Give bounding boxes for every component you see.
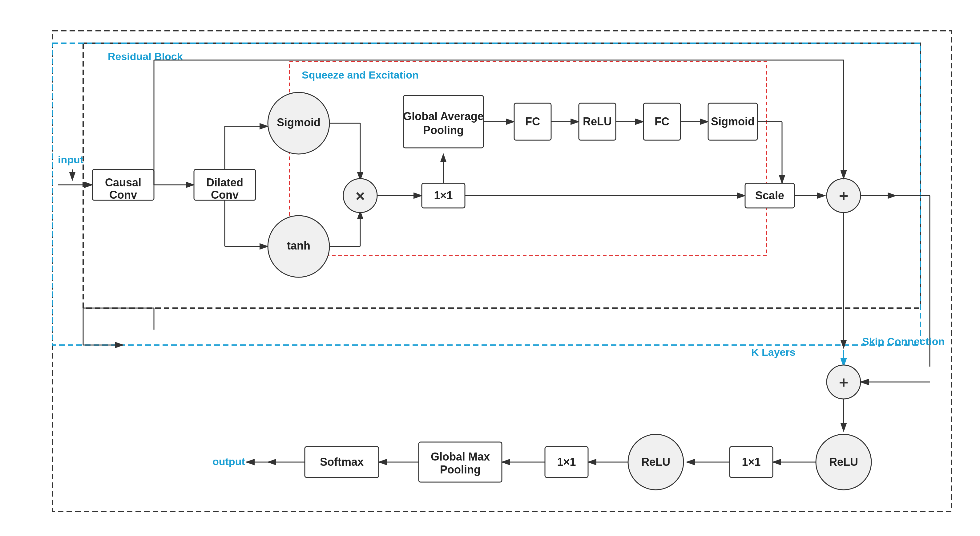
plus-top-label: + (839, 187, 848, 205)
conv1x1-out1-label: 1×1 (742, 456, 760, 468)
outer-dashed-border (52, 31, 951, 511)
fc1-label: FC (525, 115, 540, 128)
relu-main-label: ReLU (829, 456, 858, 468)
global-avg-pool-label: Global Average (403, 110, 484, 123)
causal-conv-label: Causal (105, 176, 141, 189)
output-label: output (212, 456, 245, 467)
diagram-container: Residual Block K Layers Squeeze and Exci… (12, 12, 967, 524)
fc2-label: FC (655, 115, 669, 128)
softmax-label: Softmax (320, 456, 364, 468)
tanh-label: tanh (287, 239, 310, 252)
scale-label: Scale (755, 189, 784, 202)
k-layers-label: K Layers (751, 346, 795, 358)
sigmoid-se-label: Sigmoid (711, 115, 755, 128)
sigmoid-top-label: Sigmoid (277, 116, 320, 129)
dilated-conv-label: Dilated (206, 176, 243, 189)
causal-conv-label2: Conv (109, 188, 137, 201)
multiply-label: × (356, 187, 365, 205)
skip-connection-label: Skip Connection (862, 335, 945, 347)
se-label: Squeeze and Excitation (302, 69, 419, 81)
global-avg-pool-label2: Pooling (423, 124, 464, 136)
dilated-conv-label2: Conv (211, 188, 239, 201)
conv1x1-out2-label: 1×1 (557, 456, 576, 468)
input-label: input (58, 154, 83, 166)
relu-se-label: ReLU (583, 115, 612, 128)
relu-out-label: ReLU (641, 456, 670, 468)
global-max-pool-label2: Pooling (440, 463, 480, 476)
global-max-pool-label: Global Max (431, 450, 490, 463)
plus-skip-label: + (839, 373, 848, 391)
se-border (290, 62, 767, 256)
conv1x1-se-label: 1×1 (434, 189, 453, 202)
